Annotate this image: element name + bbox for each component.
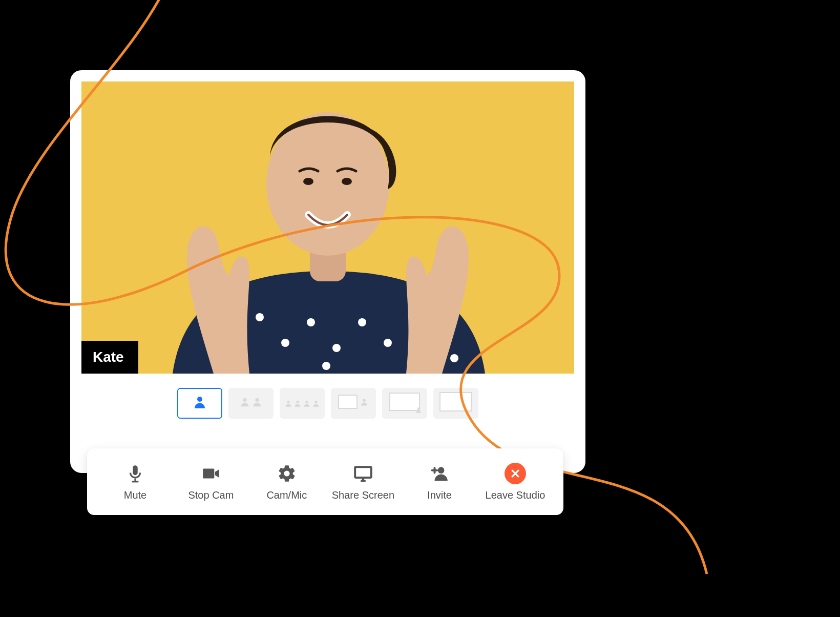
svg-rect-25 [134, 478, 136, 481]
close-icon [505, 463, 526, 484]
svg-point-4 [332, 344, 341, 352]
layout-solo[interactable] [177, 388, 222, 419]
svg-point-14 [303, 178, 313, 185]
participant-video [81, 81, 574, 374]
svg-point-23 [363, 399, 366, 402]
leave-studio-label: Leave Studio [486, 489, 545, 501]
svg-point-19 [287, 401, 289, 403]
svg-point-15 [342, 178, 352, 185]
layout-two[interactable] [228, 388, 274, 419]
microphone-icon [124, 463, 146, 484]
video-camera-icon [200, 463, 222, 484]
gear-icon [276, 463, 298, 484]
svg-point-6 [384, 339, 392, 347]
svg-point-3 [307, 318, 315, 326]
svg-point-16 [197, 397, 202, 402]
svg-point-30 [438, 467, 445, 474]
svg-point-22 [314, 401, 317, 403]
layout-screen-with-speaker[interactable] [331, 388, 376, 419]
svg-point-24 [417, 407, 420, 410]
monitor-icon [352, 463, 374, 484]
layout-screen-only[interactable] [433, 388, 478, 419]
layout-four[interactable] [280, 388, 325, 419]
leave-studio-button[interactable]: Leave Studio [485, 463, 546, 501]
svg-point-2 [281, 339, 289, 347]
share-screen-label: Share Screen [332, 489, 394, 501]
svg-point-17 [243, 398, 246, 402]
add-user-icon [429, 463, 450, 484]
invite-button[interactable]: Invite [409, 463, 470, 501]
control-bar: Mute Stop Cam Cam/Mic Share Screen Invit… [87, 448, 563, 515]
participant-name-tag: Kate [81, 341, 138, 374]
svg-point-10 [450, 354, 458, 362]
svg-point-18 [255, 398, 259, 402]
svg-point-1 [256, 313, 264, 321]
stop-cam-button[interactable]: Stop Cam [180, 463, 242, 501]
mute-button[interactable]: Mute [104, 463, 166, 501]
svg-point-21 [305, 401, 308, 403]
mute-label: Mute [124, 489, 146, 501]
studio-window: Kate [69, 69, 586, 474]
cam-mic-button[interactable]: Cam/Mic [256, 463, 318, 501]
svg-rect-27 [355, 467, 371, 478]
invite-label: Invite [427, 489, 452, 501]
participant-name: Kate [93, 349, 124, 365]
layout-picker [70, 388, 585, 419]
share-screen-button[interactable]: Share Screen [332, 463, 394, 501]
layout-screen-small-speaker[interactable] [382, 388, 427, 419]
svg-point-11 [322, 362, 330, 370]
stop-cam-label: Stop Cam [188, 489, 234, 501]
cam-mic-label: Cam/Mic [266, 489, 307, 501]
svg-rect-26 [132, 481, 139, 482]
svg-point-20 [296, 401, 299, 403]
video-feed: Kate [81, 81, 574, 374]
svg-point-5 [358, 318, 366, 326]
